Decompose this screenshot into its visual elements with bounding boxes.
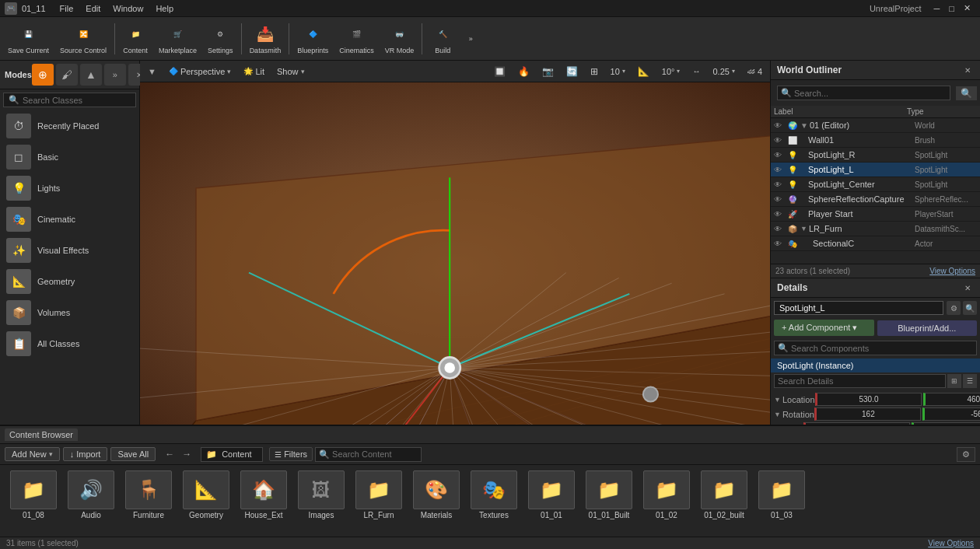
lit-btn[interactable]: 🌟 Lit <box>239 65 269 78</box>
category-visual-effects[interactable]: ✨ Visual Effects <box>0 235 139 266</box>
list-item[interactable]: 🎨 Materials <box>409 468 464 522</box>
list-item[interactable]: 🖼 Images <box>294 468 348 522</box>
outliner-search-input[interactable] <box>794 89 947 98</box>
category-recently-placed[interactable]: ⏱ Recently Placed <box>0 110 139 142</box>
rotation-y-field[interactable] <box>922 407 980 421</box>
viewport-icon-3[interactable]: 📷 <box>537 65 558 79</box>
save-current-button[interactable]: 💾 Save Current <box>3 19 54 58</box>
table-row[interactable]: 👁 🎭 SectionalC Actor <box>771 236 980 251</box>
maximize-btn[interactable]: □ <box>944 4 959 13</box>
eye-icon[interactable]: 👁 <box>774 240 785 248</box>
search-classes-input[interactable] <box>23 96 131 105</box>
eye-icon[interactable]: 👁 <box>774 180 785 189</box>
cb-view-options-btn[interactable]: View Options <box>928 539 974 547</box>
viewport-icon-4[interactable]: 🔄 <box>562 65 583 79</box>
eye-icon[interactable]: 👁 <box>774 136 785 145</box>
grid-value-btn[interactable]: 10 ▾ <box>606 65 630 78</box>
list-item[interactable]: 📁 01_02_built <box>697 468 751 522</box>
list-item[interactable]: 📁 01_01_Built <box>582 468 636 522</box>
table-row[interactable]: 👁 💡 SpotLight_Center SpotLight <box>771 177 980 192</box>
scale-value-btn[interactable]: 0.25 ▾ <box>708 65 739 78</box>
list-item[interactable]: 📐 Geometry <box>179 468 233 522</box>
blueprint-button[interactable]: Blueprint/Add... <box>877 320 978 336</box>
eye-icon[interactable]: 👁 <box>774 225 785 233</box>
table-row[interactable]: 👁 🌍 ▼ 01 (Editor) World <box>771 118 980 133</box>
category-lights[interactable]: 💡 Lights <box>0 173 139 204</box>
viewport-icon-1[interactable]: 🔲 <box>489 65 510 79</box>
location-y-field[interactable] <box>923 393 980 406</box>
table-row[interactable]: 👁 💡 SpotLight_R SpotLight <box>771 148 980 163</box>
minimize-btn[interactable]: ─ <box>929 4 945 13</box>
rotation-x-field[interactable] <box>814 407 921 421</box>
eye-icon[interactable]: 👁 <box>774 151 785 159</box>
eye-icon[interactable]: 👁 <box>774 195 785 204</box>
category-all-classes[interactable]: 📋 All Classes <box>0 328 139 359</box>
filter-icon[interactable]: ⊞ <box>947 374 961 388</box>
table-row[interactable]: 👁 🚀 Player Start PlayerStart <box>771 207 980 222</box>
viewport-icon-2[interactable]: 🔥 <box>513 65 534 79</box>
vr-mode-button[interactable]: 🥽 VR Mode <box>380 19 419 58</box>
list-item[interactable]: 🎭 Textures <box>467 468 521 522</box>
details-close[interactable]: ✕ <box>961 281 974 294</box>
list-icon[interactable]: ☰ <box>963 374 977 388</box>
table-row[interactable]: 👁 🔮 SphereReflectionCapture SphereReflec… <box>771 192 980 207</box>
more-modes-btn[interactable]: » <box>104 64 126 86</box>
expand-arrow[interactable]: ▼ <box>800 121 808 130</box>
add-new-button[interactable]: Add New ▾ <box>5 447 60 461</box>
list-item[interactable]: 🔊 Audio <box>64 468 118 522</box>
import-button[interactable]: ↓ Import <box>63 447 108 461</box>
source-control-button[interactable]: 🔀 Source Control <box>55 19 111 58</box>
search-details-icon[interactable]: 🔍 <box>963 301 977 315</box>
category-geometry[interactable]: 📐 Geometry <box>0 266 139 297</box>
category-cinematic[interactable]: 🎭 Cinematic <box>0 204 139 235</box>
nav-forward-btn[interactable]: → <box>179 446 194 462</box>
toolbar-overflow[interactable]: » <box>461 19 480 58</box>
save-all-button[interactable]: Save All <box>110 447 156 461</box>
cb-options-btn[interactable]: ⚙ <box>957 447 975 462</box>
table-row[interactable]: 👁 📦 ▼ LR_Furn DatasmithSc... <box>771 222 980 236</box>
search-components-input[interactable] <box>791 344 973 353</box>
viewport-options-btn[interactable]: ▼ <box>143 65 161 78</box>
place-mode-btn[interactable]: ⊕ <box>32 64 54 86</box>
eye-icon[interactable]: 👁 <box>774 210 785 219</box>
outliner-search-btn[interactable]: 🔍 <box>956 86 977 100</box>
marketplace-button[interactable]: 🛒 Marketplace <box>154 19 201 58</box>
content-button[interactable]: 📁 Content <box>118 19 152 58</box>
perspective-btn[interactable]: 🔷 Perspective ▾ <box>164 65 236 78</box>
nav-back-btn[interactable]: ← <box>162 446 177 462</box>
add-component-button[interactable]: + Add Component ▾ <box>774 320 874 336</box>
category-basic[interactable]: ◻ Basic <box>0 142 139 173</box>
cinematics-button[interactable]: 🎬 Cinematics <box>334 19 379 58</box>
view-options-btn[interactable]: View Options <box>929 267 975 275</box>
close-btn[interactable]: ✕ <box>959 3 975 13</box>
location-x-field[interactable] <box>815 393 922 406</box>
component-item[interactable]: SpotLight (Instance) <box>771 358 980 372</box>
menu-window[interactable]: Window <box>107 4 149 13</box>
list-item[interactable]: 📁 01_03 <box>754 468 809 522</box>
blueprints-button[interactable]: 🔷 Blueprints <box>292 19 333 58</box>
landscape-mode-btn[interactable]: ▲ <box>80 64 102 86</box>
build-button[interactable]: 🔨 Build <box>425 19 460 58</box>
filters-button[interactable]: ☰ Filters <box>269 447 313 461</box>
details-name-input[interactable] <box>774 301 943 315</box>
paint-mode-btn[interactable]: 🖌 <box>56 64 78 86</box>
table-row[interactable]: 👁 💡 SpotLight_L SpotLight <box>771 163 980 177</box>
settings-icon[interactable]: ⚙ <box>947 301 961 315</box>
camera-speed-btn[interactable]: 🏎 4 <box>743 65 767 78</box>
outliner-close[interactable]: ✕ <box>961 64 974 76</box>
scale-icon[interactable]: ↔ <box>688 65 705 77</box>
list-item[interactable]: 📁 01_01 <box>524 468 579 522</box>
list-item[interactable]: 📁 LR_Furn <box>352 468 406 522</box>
menu-edit[interactable]: Edit <box>79 4 107 13</box>
list-item[interactable]: 🪑 Furniture <box>121 468 176 522</box>
expand-arrow[interactable]: ▼ <box>800 225 807 233</box>
eye-icon[interactable]: 👁 <box>774 121 785 130</box>
search-content-input[interactable] <box>332 449 418 459</box>
table-row[interactable]: 👁 ⬜ Wall01 Brush <box>771 133 980 148</box>
angle-icon[interactable]: 📐 <box>633 65 654 79</box>
datasmith-button[interactable]: 📥 Datasmith <box>245 19 286 58</box>
menu-file[interactable]: File <box>54 4 80 13</box>
category-volumes[interactable]: 📦 Volumes <box>0 297 139 328</box>
eye-icon[interactable]: 👁 <box>774 166 785 174</box>
angle-value-btn[interactable]: 10° ▾ <box>657 65 685 78</box>
